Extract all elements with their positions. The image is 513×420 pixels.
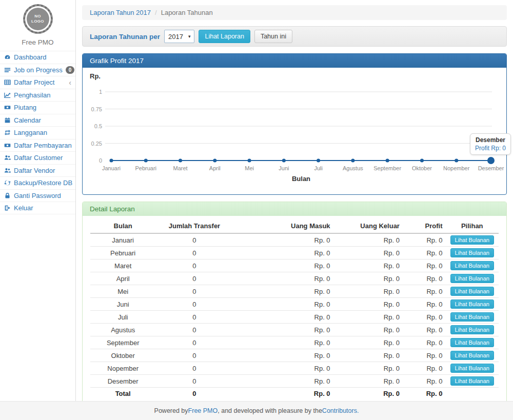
profit-cell: Rp. 0 — [403, 349, 446, 362]
chart-point-oktober[interactable] — [420, 159, 424, 163]
sidebar-item-penghasilan[interactable]: Penghasilan — [0, 89, 75, 102]
chart-point-mei[interactable] — [248, 159, 251, 163]
lihat-bulanan-button[interactable]: Lihat Bulanan — [450, 235, 494, 245]
sidebar-item-job-on-progress[interactable]: Job on Progress0 — [0, 64, 75, 76]
month-cell: Juni — [90, 298, 155, 311]
x-tick-label: Mei — [245, 165, 254, 171]
lihat-bulanan-button[interactable]: Lihat Bulanan — [450, 351, 494, 360]
lihat-bulanan-button[interactable]: Lihat Bulanan — [450, 274, 494, 283]
table-row: September0Rp. 0Rp. 0Rp. 0Lihat Bulanan — [90, 336, 499, 349]
masuk-cell: Rp. 0 — [233, 311, 333, 324]
x-tick-label: Oktober — [412, 165, 432, 171]
table-row: Desember0Rp. 0Rp. 0Rp. 0Lihat Bulanan — [90, 375, 499, 388]
sidebar-item-calendar[interactable]: Calendar — [0, 114, 75, 127]
chart-point-januari[interactable] — [110, 159, 113, 163]
profit-cell: Rp. 0 — [403, 336, 446, 349]
table-row: Maret0Rp. 0Rp. 0Rp. 0Lihat Bulanan — [90, 259, 499, 272]
lihat-bulanan-button[interactable]: Lihat Bulanan — [450, 299, 494, 309]
masuk-cell: Rp. 0 — [233, 272, 333, 285]
masuk-cell: Rp. 0 — [233, 298, 333, 311]
total-keluar-cell: Rp. 0 — [333, 388, 403, 399]
keluar-cell: Rp. 0 — [333, 298, 403, 311]
total-transfer-cell: 0 — [155, 388, 233, 399]
money-icon — [4, 104, 11, 111]
action-cell: Lihat Bulanan — [446, 311, 499, 324]
chart-point-juli[interactable] — [317, 159, 320, 163]
sidebar-item-keluar[interactable]: Keluar — [0, 202, 75, 214]
sidebar-item-ganti-password[interactable]: Ganti Password — [0, 189, 75, 202]
table-row: Oktober0Rp. 0Rp. 0Rp. 0Lihat Bulanan — [90, 349, 499, 362]
chart-point-agustus[interactable] — [351, 159, 354, 163]
lihat-laporan-button[interactable]: Lihat Laporan — [199, 30, 250, 43]
sidebar-item-daftar-project[interactable]: Daftar Project‹ — [0, 76, 75, 89]
chevron-left-icon: ‹ — [69, 79, 71, 86]
tooltip-month: Desember — [475, 136, 506, 144]
sidebar-item-dashboard[interactable]: Dashboard — [0, 51, 75, 64]
keluar-cell: Rp. 0 — [333, 311, 403, 324]
transfer-cell: 0 — [155, 285, 233, 298]
chart-point-maret[interactable] — [179, 159, 182, 163]
chart-point-nopember[interactable] — [455, 159, 458, 163]
lihat-bulanan-button[interactable]: Lihat Bulanan — [450, 312, 494, 322]
lihat-bulanan-button[interactable]: Lihat Bulanan — [450, 338, 494, 347]
sidebar: NO LOGO Free PMO DashboardJob on Progres… — [0, 0, 76, 404]
main-content: Laporan Tahun 2017 / Laporan Tahunan Lap… — [76, 0, 513, 404]
total-label-cell: Total — [90, 388, 155, 399]
chart-point-april[interactable] — [213, 159, 216, 163]
chart-point-september[interactable] — [386, 159, 389, 163]
page-footer: Powered by Free PMO , and developed with… — [0, 401, 513, 420]
masuk-cell: Rp. 0 — [233, 285, 333, 298]
sidebar-item-daftar-vendor[interactable]: Daftar Vendor — [0, 164, 75, 177]
keluar-cell: Rp. 0 — [333, 285, 403, 298]
table-row: Pebruari0Rp. 0Rp. 0Rp. 0Lihat Bulanan — [90, 247, 499, 259]
sidebar-item-backup-restore-db[interactable]: Backup/Restore DB — [0, 176, 75, 189]
sidebar-item-langganan[interactable]: Langganan — [0, 126, 75, 139]
sidebar-item-daftar-customer[interactable]: Daftar Customer — [0, 151, 75, 164]
masuk-cell: Rp. 0 — [233, 324, 333, 336]
profit-cell: Rp. 0 — [403, 311, 446, 324]
x-axis-label: Bulan — [292, 175, 310, 183]
transfer-cell: 0 — [155, 247, 233, 259]
lihat-bulanan-button[interactable]: Lihat Bulanan — [450, 364, 494, 373]
x-tick-label: Pebruari — [135, 165, 156, 171]
sidebar-item-piutang[interactable]: Piutang — [0, 101, 75, 114]
sidebar-item-daftar-pembayaran[interactable]: Daftar Pembayaran — [0, 139, 75, 152]
users-icon — [4, 154, 11, 161]
lihat-bulanan-button[interactable]: Lihat Bulanan — [450, 287, 494, 296]
chart-point-juni[interactable] — [282, 159, 286, 163]
transfer-cell: 0 — [155, 259, 233, 272]
lihat-bulanan-button[interactable]: Lihat Bulanan — [450, 261, 494, 270]
total-profit-cell: Rp. 0 — [403, 388, 446, 399]
brand-name: Free PMO — [0, 38, 75, 46]
footer-link-freepmo[interactable]: Free PMO — [188, 407, 218, 414]
year-select[interactable]: 2017 ▾ — [164, 30, 194, 43]
keluar-cell: Rp. 0 — [333, 247, 403, 259]
footer-link-contributors[interactable]: Contributors. — [322, 407, 359, 414]
total-masuk-cell: Rp. 0 — [233, 388, 333, 399]
dashboard-icon — [4, 54, 11, 61]
table-row: Mei0Rp. 0Rp. 0Rp. 0Lihat Bulanan — [90, 285, 499, 298]
table-row: April0Rp. 0Rp. 0Rp. 0Lihat Bulanan — [90, 272, 499, 285]
chart-panel-title: Grafik Profit 2017 — [83, 54, 506, 68]
keluar-cell: Rp. 0 — [333, 259, 403, 272]
month-cell: Maret — [90, 259, 155, 272]
action-cell: Lihat Bulanan — [446, 272, 499, 285]
table-header-row: BulanJumlah TransferUang MasukUang Kelua… — [90, 219, 499, 233]
month-cell: Oktober — [90, 349, 155, 362]
lihat-bulanan-button[interactable]: Lihat Bulanan — [450, 325, 494, 334]
table-total-row: Total0Rp. 0Rp. 0Rp. 0 — [90, 388, 499, 399]
money-icon — [4, 142, 11, 149]
action-cell: Lihat Bulanan — [446, 349, 499, 362]
tahun-ini-button[interactable]: Tahun ini — [254, 30, 292, 43]
chart-point-desember[interactable] — [487, 157, 495, 164]
month-cell: Pebruari — [90, 247, 155, 259]
action-cell: Lihat Bulanan — [446, 336, 499, 349]
chart-point-pebruari[interactable] — [144, 159, 148, 163]
breadcrumb-current: Laporan Tahunan — [161, 9, 213, 16]
lihat-bulanan-button[interactable]: Lihat Bulanan — [450, 376, 494, 386]
breadcrumb-link[interactable]: Laporan Tahun 2017 — [90, 9, 151, 16]
lihat-bulanan-button[interactable]: Lihat Bulanan — [450, 248, 494, 257]
lock-icon — [4, 192, 11, 199]
month-cell: Mei — [90, 285, 155, 298]
refresh-icon — [4, 179, 11, 186]
